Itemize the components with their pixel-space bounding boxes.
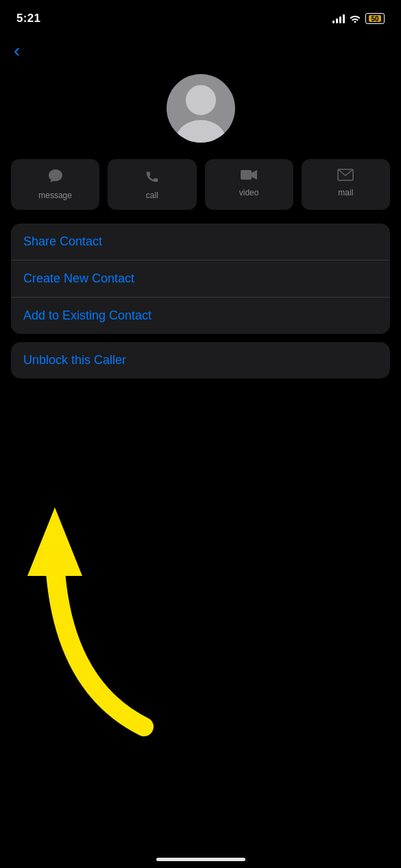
- annotation-arrow: [21, 466, 178, 740]
- contact-actions-group: Share Contact Create New Contact Add to …: [11, 224, 390, 334]
- back-chevron-icon: ‹: [14, 41, 20, 60]
- home-indicator: [156, 858, 245, 861]
- svg-rect-2: [241, 170, 252, 180]
- svg-marker-5: [27, 507, 82, 576]
- svg-marker-3: [252, 170, 257, 180]
- wifi-icon: [349, 13, 361, 25]
- video-label: video: [239, 188, 259, 197]
- svg-point-0: [186, 85, 216, 115]
- svg-point-1: [176, 120, 226, 143]
- mail-button[interactable]: mail: [302, 159, 390, 210]
- video-icon: [240, 169, 258, 184]
- action-buttons-row: message call video mail: [0, 159, 401, 224]
- message-label: message: [38, 191, 72, 200]
- status-icons: 50: [332, 13, 385, 25]
- call-icon: [145, 169, 160, 186]
- signal-icon: [332, 14, 345, 23]
- call-button[interactable]: call: [108, 159, 196, 210]
- block-actions-group: Unblock this Caller: [11, 342, 390, 378]
- battery-indicator: 50: [365, 13, 385, 24]
- video-button[interactable]: video: [205, 159, 293, 210]
- status-time: 5:21: [16, 12, 40, 25]
- mail-icon: [337, 169, 354, 184]
- call-label: call: [146, 191, 158, 200]
- add-to-existing-contact-item[interactable]: Add to Existing Contact: [11, 298, 390, 334]
- message-button[interactable]: message: [11, 159, 99, 210]
- avatar-container: [0, 67, 401, 159]
- avatar: [167, 74, 235, 143]
- mail-label: mail: [338, 188, 353, 197]
- back-button[interactable]: ‹: [0, 34, 401, 67]
- create-new-contact-item[interactable]: Create New Contact: [11, 261, 390, 298]
- message-icon: [47, 169, 64, 186]
- status-bar: 5:21 50: [0, 0, 401, 34]
- unblock-caller-item[interactable]: Unblock this Caller: [11, 342, 390, 378]
- share-contact-item[interactable]: Share Contact: [11, 224, 390, 261]
